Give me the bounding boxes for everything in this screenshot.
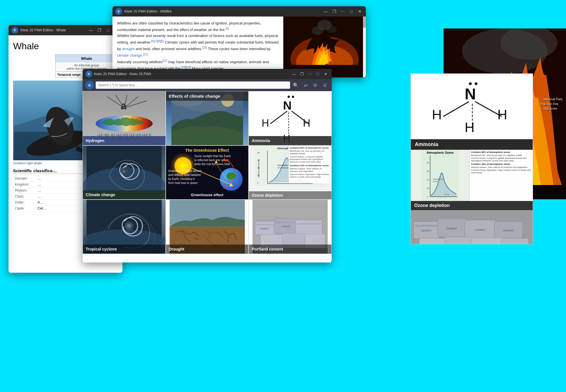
ozone-info-table: Contains 90% of atmospheric ozone Benefi…: [469, 150, 533, 201]
clade-label: Clade:: [13, 206, 36, 212]
svg-text:H: H: [465, 120, 475, 135]
whale-minimize-button[interactable]: —: [88, 27, 94, 33]
fire-caption: …National Park,The Rim Fire…000 acres: [540, 97, 563, 111]
kiwix-window: K Kiwix JS PWA Edition - Kiwix JS PWA — …: [83, 69, 332, 262]
kiwix-grid: a: [83, 91, 332, 254]
ozone-diagram: Atmospheric Ozone 0 10 20 30 40 Altitude…: [249, 146, 331, 200]
card-greenhouse[interactable]: The Greenhouse Effect Some sunlight that…: [166, 145, 249, 200]
wildfire-restore-button[interactable]: ❐: [331, 8, 337, 15]
kiwix-print-button[interactable]: 🖨: [321, 81, 329, 89]
svg-marker-40: [215, 160, 218, 163]
svg-line-18: [124, 101, 147, 108]
kiwix-close-button[interactable]: ✕: [323, 71, 329, 77]
card-hydrogen[interactable]: a: [83, 91, 166, 145]
ammonia-side-panel: N H H H Ammonia Atmospheric Ozone 0 10: [411, 73, 533, 244]
svg-text:Ozone: Ozone: [433, 180, 438, 182]
ozone-table: Contains 90% of atmospheric ozone Benefi…: [288, 146, 331, 183]
svg-text:'Smog': 'Smog': [444, 193, 450, 195]
svg-text:CEMENT: CEMENT: [503, 229, 514, 232]
kiwix-restore-button[interactable]: ❐: [299, 71, 305, 77]
wildfire-app-icon: K: [115, 8, 122, 15]
whale-page-title: Whale: [13, 41, 118, 52]
svg-text:CEMENT: CEMENT: [421, 229, 432, 232]
card-ozone[interactable]: Atmospheric Ozone 0 10 20 30 40 Altitude…: [249, 145, 332, 200]
kiwix-random-button[interactable]: ⇄: [302, 81, 309, 89]
card-climate-change[interactable]: Effects of climate change: [166, 91, 249, 145]
wildfire-window: K Kiwix JS PWA Edition - Wildfire — ❐ ⋯ …: [112, 6, 366, 77]
whale-titlebar: K Kiwix JS PWA Edition - Whale — ❐ □ ✕: [9, 25, 122, 35]
wildfire-scrollbar-thumb[interactable]: [363, 17, 366, 28]
kiwix-settings-button[interactable]: ⋯: [307, 71, 313, 77]
wildfire-close-button[interactable]: ✕: [357, 8, 363, 15]
wildfire-text: Wildfires are often classified by charac…: [112, 17, 283, 77]
svg-line-39: [215, 162, 226, 179]
card-portland[interactable]: CEMENT CEMENT Portland cement: [249, 200, 332, 254]
ammonia-panel-label: Ammonia: [411, 139, 533, 150]
wildfire-settings-button[interactable]: ⋯: [340, 8, 346, 15]
whale-restore-button[interactable]: ❐: [96, 27, 102, 33]
greenhouse-footer: Greenhouse effect: [191, 193, 223, 197]
climate-change-card-label: Effects of climate change: [166, 91, 249, 101]
wildfire-scrollbar[interactable]: [363, 17, 366, 77]
kiwix-search-logo: K: [85, 81, 94, 89]
ammonia-molecule-large: N H H H: [421, 77, 523, 136]
kiwix-grid-content: a: [83, 91, 332, 262]
portland-section: CEMENT CEMENT CEMENT CEMENT Portland cem…: [411, 210, 533, 244]
svg-text:40: 40: [257, 151, 260, 153]
whale-maximize-button[interactable]: □: [105, 27, 111, 33]
kiwix-search-input[interactable]: [96, 81, 290, 89]
svg-rect-118: [472, 238, 503, 244]
drought-link[interactable]: drought: [122, 47, 134, 51]
kiwix-window-title: Kiwix JS PWA Edition - Kiwix JS PWA: [94, 72, 151, 76]
wildfire-window-title: Kiwix JS PWA Edition - Wildfire: [124, 9, 320, 13]
whale-window-title: Kiwix JS PWA Edition - Whale: [20, 28, 85, 32]
svg-text:H: H: [432, 107, 442, 122]
ammonia-molecule-panel: N H H H: [411, 74, 533, 139]
hydrogen-diagram-svg: a: [90, 94, 158, 134]
kiwix-maximize-button[interactable]: □: [315, 71, 321, 77]
svg-text:CEMENT: CEMENT: [475, 229, 486, 231]
card-drought[interactable]: Drought: [166, 200, 249, 254]
kiwix-app-icon: K: [85, 71, 92, 77]
kiwix-settings-icon-button[interactable]: ⚙: [311, 81, 319, 89]
kiwix-titlebar: K Kiwix JS PWA Edition - Kiwix JS PWA — …: [83, 69, 332, 79]
svg-rect-72: [297, 223, 321, 225]
svg-text:30: 30: [427, 170, 429, 172]
svg-line-37: [190, 167, 231, 184]
svg-rect-119: [502, 239, 529, 244]
kiwix-minimize-button[interactable]: —: [291, 71, 297, 77]
card-tropical-cyclone[interactable]: Tropical cyclone: [83, 200, 166, 254]
svg-text:CEMENT: CEMENT: [446, 227, 457, 230]
svg-point-36: [122, 170, 126, 173]
ozone-depletion-label: Ozone depletion: [411, 201, 533, 210]
svg-text:10: 10: [427, 187, 429, 189]
svg-text:Stratospheric: Stratospheric: [433, 178, 443, 180]
svg-text:N: N: [283, 99, 292, 112]
svg-text:H: H: [262, 117, 269, 129]
svg-text:Altitude (kilometers): Altitude (kilometers): [258, 159, 260, 177]
svg-point-86: [475, 82, 477, 85]
svg-point-26: [292, 96, 294, 98]
wildfire-image: [283, 17, 366, 77]
card-climate[interactable]: Climate change: [83, 145, 166, 200]
hydrogen-card-label: Hydrogen: [83, 136, 165, 145]
ozone-card-label: Ozone depletion: [249, 191, 331, 199]
ref10: [10]: [202, 46, 207, 49]
svg-text:0: 0: [427, 196, 428, 198]
svg-point-85: [469, 82, 472, 85]
kingdom-label: Kingdom:: [13, 182, 36, 188]
kiwix-search-button[interactable]: 🔍: [292, 81, 300, 89]
ref12: [12]: [162, 59, 167, 62]
svg-text:K: K: [89, 83, 91, 87]
wildfire-content: Wildfires are often classified by charac…: [112, 17, 366, 77]
whale-app-icon: K: [11, 27, 18, 34]
card-ammonia[interactable]: N H H H Ammonia: [249, 91, 332, 145]
ref5: [5]: [225, 27, 229, 30]
svg-text:N: N: [465, 85, 476, 103]
svg-text:20: 20: [427, 179, 429, 181]
wildfire-minimize-button[interactable]: —: [323, 8, 329, 15]
wildfire-maximize-button[interactable]: □: [348, 8, 354, 15]
climate-change-link[interactable]: climate change: [117, 53, 142, 58]
svg-text:CEMENT: CEMENT: [260, 227, 269, 230]
svg-marker-38: [229, 183, 233, 186]
